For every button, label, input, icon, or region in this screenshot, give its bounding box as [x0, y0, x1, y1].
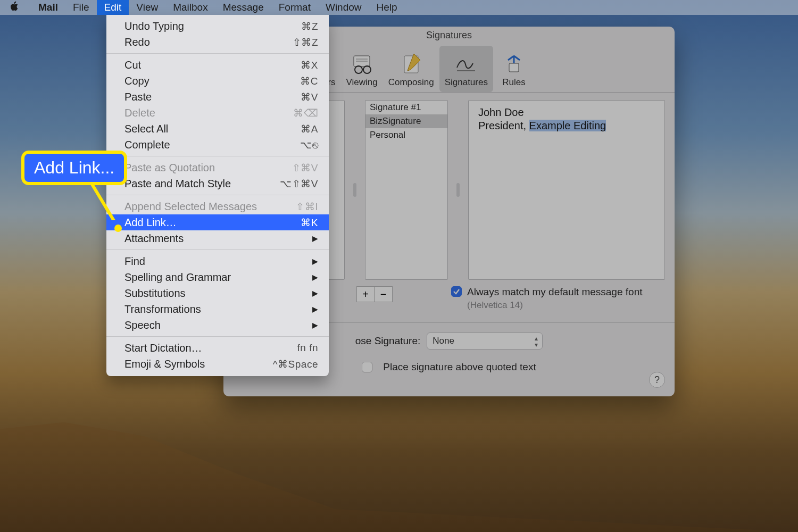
signature-line-1: John Doe — [478, 106, 655, 119]
toolbar-viewing-label: Viewing — [346, 77, 377, 88]
menu-find[interactable]: Find▶ — [106, 253, 329, 269]
submenu-arrow-icon: ▶ — [312, 321, 318, 329]
menu-format[interactable]: Format — [271, 0, 318, 15]
resize-handle-right[interactable] — [455, 100, 461, 280]
toolbar-signatures-label: Signatures — [445, 77, 488, 88]
svg-point-8 — [363, 66, 371, 73]
menu-mailbox[interactable]: Mailbox — [165, 0, 215, 15]
menu-paste-quotation: Paste as Quotation⇧⌘V — [106, 160, 329, 176]
menu-transformations[interactable]: Transformations▶ — [106, 301, 329, 317]
menu-paste[interactable]: Paste⌘V — [106, 89, 329, 105]
choose-signature-popup[interactable]: None ▴▾ — [427, 332, 543, 350]
menu-delete: Delete⌘⌫ — [106, 105, 329, 121]
callout-dot — [114, 225, 122, 232]
help-button[interactable]: ? — [649, 372, 665, 388]
menu-window[interactable]: Window — [318, 0, 369, 15]
signature-item-personal[interactable]: Personal — [365, 128, 447, 142]
signature-line-2: President, Example Editing — [478, 119, 655, 132]
submenu-arrow-icon: ▶ — [312, 289, 318, 297]
submenu-arrow-icon: ▶ — [312, 257, 318, 265]
remove-signature-button[interactable]: − — [375, 286, 393, 302]
toolbar-signatures[interactable]: Signatures — [439, 46, 493, 92]
menu-substitutions[interactable]: Substitutions▶ — [106, 285, 329, 301]
menu-start-dictation[interactable]: Start Dictation…fn fn — [106, 340, 329, 356]
menu-complete[interactable]: Complete⌥⎋ — [106, 137, 329, 153]
menu-copy[interactable]: Copy⌘C — [106, 73, 329, 89]
menu-select-all[interactable]: Select All⌘A — [106, 121, 329, 137]
composing-icon — [399, 52, 423, 76]
menu-paste-match-style[interactable]: Paste and Match Style⌥⇧⌘V — [106, 176, 329, 192]
menu-help[interactable]: Help — [369, 0, 405, 15]
menu-view[interactable]: View — [129, 0, 165, 15]
match-font-sub: (Helvetica 14) — [467, 300, 642, 311]
resize-handle-left[interactable] — [352, 100, 358, 280]
place-above-checkbox[interactable] — [362, 362, 372, 372]
match-font-checkbox[interactable] — [451, 286, 462, 297]
signature-item-1[interactable]: Signature #1 — [365, 101, 447, 114]
signature-editor[interactable]: John Doe President, Example Editing — [468, 100, 665, 280]
menu-edit[interactable]: Edit — [97, 0, 129, 15]
popup-chevrons-icon: ▴▾ — [535, 335, 538, 348]
toolbar-rules[interactable]: Rules — [493, 46, 535, 92]
submenu-arrow-icon: ▶ — [312, 305, 318, 313]
menu-mail[interactable]: Mail — [31, 0, 65, 15]
toolbar-composing-label: Composing — [388, 77, 434, 88]
menu-redo[interactable]: Redo⇧⌘Z — [106, 34, 329, 50]
choose-signature-value: None — [433, 336, 454, 346]
callout-add-link: Add Link... — [21, 151, 127, 185]
toolbar-rules-label: Rules — [502, 77, 525, 88]
menu-append-selected: Append Selected Messages⇧⌘I — [106, 198, 329, 214]
menu-message[interactable]: Message — [215, 0, 271, 15]
submenu-arrow-icon: ▶ — [312, 234, 318, 243]
menu-speech[interactable]: Speech▶ — [106, 317, 329, 333]
menu-file[interactable]: File — [65, 0, 97, 15]
signatures-icon — [454, 52, 478, 76]
check-icon — [453, 288, 460, 295]
signature-item-biz[interactable]: BizSignature — [365, 114, 447, 128]
minus-icon: − — [380, 288, 387, 301]
toolbar-viewing[interactable]: Viewing — [340, 46, 383, 92]
viewing-icon — [350, 52, 374, 76]
edit-dropdown: Undo Typing⌘Z Redo⇧⌘Z Cut⌘X Copy⌘C Paste… — [106, 15, 329, 376]
plus-icon: + — [362, 288, 369, 301]
add-signature-button[interactable]: + — [356, 286, 375, 302]
place-above-label: Place signature above quoted text — [383, 361, 536, 373]
apple-menu-icon[interactable] — [10, 1, 19, 14]
choose-signature-label: ose Signature: — [355, 335, 421, 347]
help-icon: ? — [654, 375, 660, 386]
menubar: Mail File Edit View Mailbox Message Form… — [0, 0, 798, 15]
match-font-label: Always match my default message font — [467, 286, 642, 298]
toolbar-composing[interactable]: Composing — [383, 46, 439, 92]
menu-attachments[interactable]: Attachments▶ — [106, 230, 329, 246]
submenu-arrow-icon: ▶ — [312, 273, 318, 281]
svg-point-7 — [355, 66, 362, 73]
rules-icon — [502, 52, 526, 76]
signature-list[interactable]: Signature #1 BizSignature Personal — [365, 100, 448, 280]
menu-spelling[interactable]: Spelling and Grammar▶ — [106, 269, 329, 285]
svg-rect-12 — [509, 63, 519, 72]
menu-cut[interactable]: Cut⌘X — [106, 57, 329, 73]
menu-add-link[interactable]: Add Link…⌘K — [106, 214, 329, 230]
menu-undo[interactable]: Undo Typing⌘Z — [106, 18, 329, 34]
menu-emoji-symbols[interactable]: Emoji & Symbols^⌘Space — [106, 356, 329, 372]
